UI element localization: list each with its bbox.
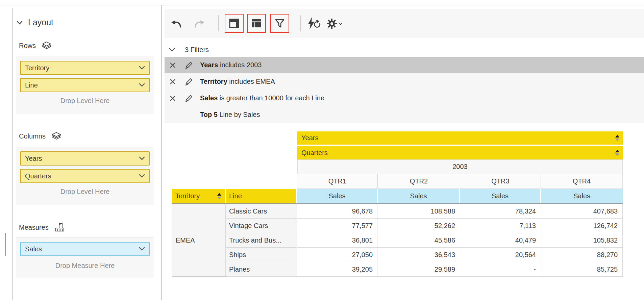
value-cell[interactable]: 27,050 bbox=[297, 248, 378, 262]
territory-row-header[interactable]: EMEA bbox=[172, 204, 226, 277]
edit-filter-pencil-icon[interactable] bbox=[184, 94, 194, 103]
sort-desc-icon bbox=[615, 153, 619, 156]
redo-icon bbox=[194, 18, 205, 28]
table-row: Planes 39,205 29,589 - 85,725 bbox=[226, 262, 623, 277]
columns-label: Columns bbox=[19, 132, 61, 141]
row-chip-territory[interactable]: Territory bbox=[20, 61, 150, 75]
undo-button[interactable] bbox=[170, 18, 183, 29]
filters-count-label: 3 Filters bbox=[185, 46, 209, 54]
refresh-queries-button[interactable] bbox=[306, 16, 323, 31]
chevron-down-icon[interactable] bbox=[139, 174, 145, 178]
undo-icon bbox=[171, 18, 182, 28]
line-header-cell[interactable]: Line bbox=[226, 189, 297, 203]
line-row-header[interactable]: Trucks and Bus... bbox=[226, 233, 297, 248]
quarter-header-cell[interactable]: QTR2 bbox=[378, 174, 460, 189]
value-cell[interactable]: 45,586 bbox=[378, 233, 460, 248]
panel-left-column-icon bbox=[251, 18, 262, 28]
pivot-widget-page: Layout Rows Territory Line Drop Level He… bbox=[0, 0, 644, 300]
filter-text: Territory includes EMEA bbox=[200, 78, 275, 85]
value-cell[interactable]: 29,589 bbox=[378, 262, 460, 277]
sidebar-scrollbar-thumb[interactable] bbox=[5, 233, 6, 256]
measure-header-cell[interactable]: Sales bbox=[378, 189, 460, 203]
value-cell[interactable]: - bbox=[460, 262, 541, 277]
measure-header-cell[interactable]: Sales bbox=[297, 189, 378, 203]
column-chip-years[interactable]: Years bbox=[20, 151, 150, 166]
value-cell[interactable]: 39,205 bbox=[297, 262, 378, 277]
value-cell[interactable]: 105,832 bbox=[541, 233, 623, 248]
value-cell[interactable]: 40,479 bbox=[460, 233, 541, 248]
filter-row-sales[interactable]: Sales is greater than 10000 for each Lin… bbox=[165, 90, 644, 106]
sort-asc-icon bbox=[615, 150, 619, 152]
show-layout-panel-button[interactable] bbox=[247, 14, 266, 33]
edit-filter-pencil-icon[interactable] bbox=[184, 77, 194, 86]
remove-filter-button[interactable] bbox=[169, 61, 176, 69]
chevron-down-icon[interactable] bbox=[139, 247, 145, 251]
sort-toggle-icon[interactable] bbox=[217, 193, 221, 199]
line-row-header[interactable]: Ships bbox=[226, 248, 297, 262]
sort-asc-icon bbox=[615, 135, 619, 138]
value-cell[interactable]: 88,270 bbox=[541, 248, 623, 262]
table-row: Trucks and Bus... 36,801 45,586 40,479 1… bbox=[226, 233, 623, 248]
chevron-down-icon[interactable] bbox=[139, 83, 145, 87]
measure-header-cell[interactable]: Sales bbox=[541, 189, 623, 203]
sort-toggle-icon[interactable] bbox=[615, 150, 619, 156]
show-title-bar-button[interactable] bbox=[225, 14, 244, 33]
filter-text: Sales is greater than 10000 for each Lin… bbox=[200, 94, 324, 102]
filter-row-territory[interactable]: Territory includes EMEA bbox=[165, 73, 644, 90]
value-cell[interactable]: 108,588 bbox=[378, 204, 460, 219]
line-row-header[interactable]: Planes bbox=[226, 262, 297, 277]
widget-toolbar bbox=[165, 9, 644, 38]
columns-dropzone: Years Quarters Drop Level Here bbox=[16, 147, 154, 205]
panel-top-bar-icon bbox=[229, 18, 240, 28]
layers-icon bbox=[52, 132, 61, 141]
value-cell[interactable]: 20,564 bbox=[460, 248, 541, 262]
row-chip-line[interactable]: Line bbox=[20, 78, 150, 92]
value-cell[interactable]: 96,678 bbox=[297, 204, 378, 219]
remove-filter-button[interactable] bbox=[169, 78, 176, 85]
quarter-header-cell[interactable]: QTR1 bbox=[297, 174, 378, 189]
value-cell[interactable]: 77,577 bbox=[297, 219, 378, 233]
chevron-down-icon[interactable] bbox=[139, 156, 145, 160]
line-row-header[interactable]: Classic Cars bbox=[226, 204, 297, 219]
filter-text: Years includes 2003 bbox=[200, 61, 262, 69]
value-cell[interactable]: 78,324 bbox=[460, 204, 541, 219]
value-cell[interactable]: 85,725 bbox=[541, 262, 623, 277]
value-cell[interactable]: 36,801 bbox=[297, 233, 378, 248]
quarter-header-cell[interactable]: QTR4 bbox=[541, 174, 623, 189]
line-row-header[interactable]: Vintage Cars bbox=[226, 219, 297, 233]
chevron-down-icon bbox=[16, 20, 23, 25]
edit-filter-pencil-icon[interactable] bbox=[184, 60, 194, 70]
value-cell[interactable]: 126,742 bbox=[541, 219, 623, 233]
filter-row-years[interactable]: Years includes 2003 bbox=[165, 57, 644, 73]
years-dimension-band[interactable]: Years bbox=[297, 131, 623, 145]
sort-toggle-icon[interactable] bbox=[615, 135, 619, 141]
measure-header-cell[interactable]: Sales bbox=[460, 189, 541, 203]
remove-filter-button[interactable] bbox=[169, 95, 176, 102]
redo-button[interactable] bbox=[193, 18, 206, 29]
territory-header-cell[interactable]: Territory bbox=[172, 189, 226, 203]
quarter-header-cell[interactable]: QTR3 bbox=[460, 174, 541, 189]
drop-level-hint: Drop Level Here bbox=[16, 97, 154, 105]
filters-section-header[interactable]: 3 Filters bbox=[165, 43, 209, 57]
sidebar-main-divider[interactable] bbox=[161, 5, 162, 300]
quarters-dimension-band[interactable]: Quarters bbox=[297, 146, 623, 159]
year-header-cell[interactable]: 2003 bbox=[297, 159, 623, 174]
value-cell[interactable]: 52,262 bbox=[378, 219, 460, 233]
value-cell[interactable]: 36,543 bbox=[378, 248, 460, 262]
drop-measure-hint: Drop Measure Here bbox=[16, 262, 154, 270]
column-chip-quarters[interactable]: Quarters bbox=[20, 169, 150, 183]
table-header-row: Territory Line Sales Sales Sales Sales bbox=[172, 189, 623, 204]
bolt-refresh-icon bbox=[306, 17, 323, 31]
sidebar-left-border bbox=[12, 8, 13, 300]
chevron-down-icon[interactable] bbox=[139, 66, 145, 70]
settings-button[interactable] bbox=[325, 18, 343, 30]
sort-desc-icon bbox=[217, 197, 221, 199]
layout-section-header[interactable]: Layout bbox=[16, 18, 53, 27]
value-cell[interactable]: 407,683 bbox=[541, 204, 623, 219]
table-row: Vintage Cars 77,577 52,262 7,113 126,742 bbox=[226, 219, 623, 233]
show-filters-button[interactable] bbox=[270, 14, 289, 33]
drop-level-hint: Drop Level Here bbox=[16, 188, 154, 196]
filter-subrow-top5[interactable]: Top 5 Line by Sales bbox=[165, 106, 644, 123]
measure-chip-sales[interactable]: Sales bbox=[20, 242, 150, 256]
value-cell[interactable]: 7,113 bbox=[460, 219, 541, 233]
